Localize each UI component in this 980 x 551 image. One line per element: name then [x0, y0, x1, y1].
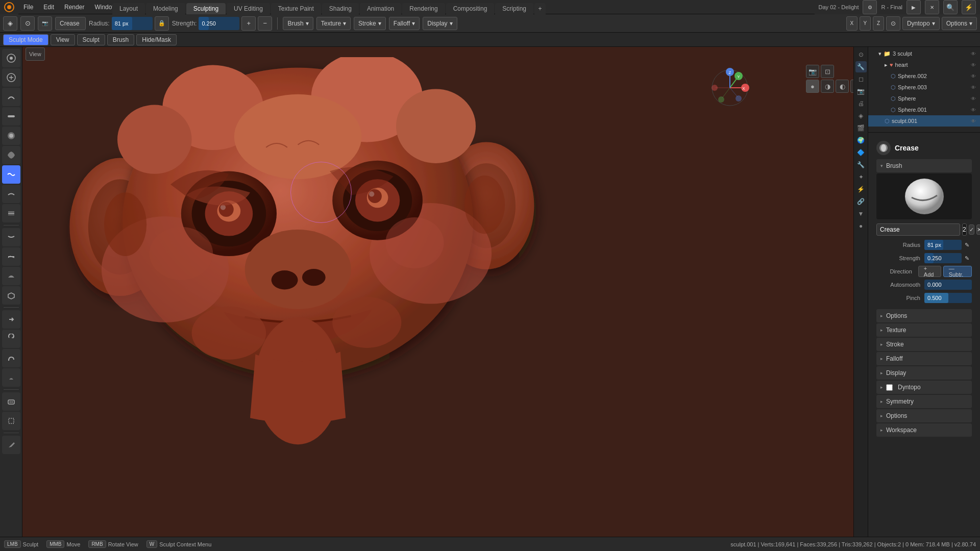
brush-close-btn[interactable]: ✕ — [976, 224, 980, 235]
close-btn[interactable]: ✕ — [925, 0, 939, 14]
tab-animation[interactable]: Animation — [360, 3, 401, 14]
tool-draw[interactable] — [2, 49, 20, 67]
radius-prop-value[interactable]: 81 px — [924, 240, 962, 250]
symmetry-header[interactable]: ▸ Symmetry — [876, 395, 972, 408]
tool-clay[interactable] — [2, 88, 20, 106]
vis-icon[interactable]: 👁 — [971, 96, 976, 102]
strength-input[interactable]: 0.250 — [199, 17, 239, 30]
tool-mask[interactable] — [2, 392, 20, 411]
tab-sculpting[interactable]: Sculpting — [186, 3, 226, 14]
viewport-menu-btn[interactable]: View — [26, 47, 45, 61]
outliner-sculpt[interactable]: ▾ 📁 3 sculpt 👁 — [868, 48, 980, 59]
render-btn[interactable]: ▶ — [906, 0, 921, 14]
perspective-btn[interactable]: ⊡ — [821, 65, 834, 78]
brush-btn[interactable]: Brush — [107, 34, 134, 45]
render-mode-btn[interactable]: ◐ — [836, 80, 849, 93]
tool-flatten[interactable] — [2, 204, 20, 222]
strength-add-btn[interactable]: + — [241, 16, 256, 31]
hide-mask-btn[interactable]: Hide/Mask — [136, 34, 177, 45]
autosmooth-value[interactable]: 0.000 — [924, 280, 972, 290]
stroke-dropdown[interactable]: Stroke▾ — [354, 17, 386, 30]
modifier-props-btn[interactable]: 🔧 — [855, 159, 867, 170]
radius-lock-btn[interactable]: 🔒 — [155, 16, 169, 31]
tab-rendering[interactable]: Rendering — [402, 3, 445, 14]
tab-compositing[interactable]: Compositing — [446, 3, 495, 14]
tool-smooth[interactable] — [2, 185, 20, 203]
tab-modeling[interactable]: Modeling — [146, 3, 185, 14]
sculpt-props-btn[interactable]: 🔧 — [855, 61, 867, 72]
sculpt-mode-btn[interactable]: Sculpt Mode — [3, 34, 48, 45]
xyz-z[interactable]: Z — [873, 16, 884, 31]
texture-header[interactable]: ▸ Texture — [876, 323, 972, 337]
texture-dropdown[interactable]: Texture▾ — [316, 17, 351, 30]
tool-pinch[interactable] — [2, 228, 20, 246]
tab-texture-paint[interactable]: Texture Paint — [271, 3, 321, 14]
tool-rotate[interactable] — [2, 330, 20, 348]
radius-edit-btn[interactable]: ✎ — [962, 242, 972, 248]
vis-icon[interactable]: 👁 — [971, 118, 976, 124]
output-settings-btn[interactable]: 🖨 — [855, 98, 867, 109]
outliner-sculpt001[interactable]: ⬡ sculpt.001 👁 — [868, 115, 980, 127]
toolbar-icon1[interactable]: ◈ — [3, 16, 17, 31]
world-btn[interactable]: 🌍 — [855, 135, 867, 146]
tool-blob[interactable] — [2, 146, 20, 164]
view-layer-btn[interactable]: ◈ — [855, 110, 867, 121]
physics-btn[interactable]: ⚡ — [855, 184, 867, 195]
strength-edit-btn[interactable]: ✎ — [962, 255, 972, 262]
tool-annotate[interactable] — [2, 436, 20, 454]
outliner-sphere001[interactable]: ⬡ Sphere.001 👁 — [868, 104, 980, 115]
tool-clay-strips[interactable] — [2, 107, 20, 126]
active-object-btn[interactable]: ◻ — [855, 73, 867, 85]
render-settings-btn[interactable]: 📷 — [855, 86, 867, 97]
view-btn[interactable]: View — [51, 34, 75, 45]
search-btn[interactable]: 🔍 — [943, 0, 958, 14]
brush-section-header[interactable]: ▾ Brush — [876, 159, 972, 172]
scene-btn[interactable]: 🎬 — [855, 122, 867, 134]
falloff-dropdown[interactable]: Falloff▾ — [389, 17, 420, 30]
workspace-header[interactable]: ▸ Workspace — [876, 423, 972, 437]
outliner-sphere002[interactable]: ⬡ Sphere.002 👁 — [868, 70, 980, 82]
outliner-sphere003[interactable]: ⬡ Sphere.003 👁 — [868, 82, 980, 93]
active-tool-btn[interactable]: ⊙ — [855, 49, 867, 60]
display-header[interactable]: ▸ Display — [876, 366, 972, 380]
stroke-header[interactable]: ▸ Stroke — [876, 338, 972, 351]
constraints-btn[interactable]: 🔗 — [855, 196, 867, 207]
tool-multiplane[interactable] — [2, 286, 20, 305]
strength-sub-btn[interactable]: − — [258, 16, 272, 31]
vis-icon[interactable]: 👁 — [971, 62, 976, 68]
tool-snake-hook[interactable] — [2, 349, 20, 367]
toolbar-icon2[interactable]: ⊙ — [20, 16, 35, 31]
vis-icon[interactable]: 👁 — [971, 85, 976, 90]
outliner-sphere[interactable]: ⬡ Sphere 👁 — [868, 93, 980, 104]
xyz-y[interactable]: Y — [860, 16, 871, 31]
xyz-x[interactable]: X — [846, 16, 857, 31]
brush-name-field[interactable] — [876, 223, 960, 236]
particles-btn[interactable]: ✦ — [855, 171, 867, 183]
tool-scrape[interactable] — [2, 247, 20, 266]
tab-layout[interactable]: Layout — [112, 3, 145, 14]
material-btn[interactable]: ● — [855, 220, 867, 232]
vis-icon[interactable]: 👁 — [971, 107, 976, 113]
vis-icon[interactable]: 👁 — [971, 73, 976, 79]
tab-scripting[interactable]: Scripting — [495, 3, 533, 14]
tab-uv-editing[interactable]: UV Editing — [227, 3, 270, 14]
data-btn[interactable]: ▼ — [855, 208, 867, 219]
direction-subtract-btn[interactable]: — Subtr. — [943, 266, 972, 277]
tool-draw2[interactable] — [2, 68, 20, 87]
tool-fill[interactable] — [2, 267, 20, 285]
dyntopo-header[interactable]: ▸ Dyntopo — [876, 381, 972, 394]
options-dropdown[interactable]: Options▾ — [942, 17, 977, 30]
scene-settings-btn[interactable]: ⚙ — [863, 0, 877, 14]
tool-crease[interactable] — [2, 165, 20, 184]
options2-header[interactable]: ▸ Options — [876, 409, 972, 422]
brush-dropdown[interactable]: Brush▾ — [283, 17, 313, 30]
object-props-btn[interactable]: 🔷 — [855, 147, 867, 158]
brush-check-btn[interactable]: ✓ — [969, 224, 974, 235]
tool-box-mask[interactable] — [2, 412, 20, 430]
solid-mode-btn[interactable]: ● — [806, 80, 819, 93]
tool-inflate[interactable] — [2, 127, 20, 145]
tool-thumb[interactable] — [2, 368, 20, 387]
tab-shading[interactable]: Shading — [322, 3, 359, 14]
toolbar-icon3[interactable]: 📷 — [38, 16, 52, 31]
radius-input[interactable]: 81 px — [112, 17, 153, 30]
